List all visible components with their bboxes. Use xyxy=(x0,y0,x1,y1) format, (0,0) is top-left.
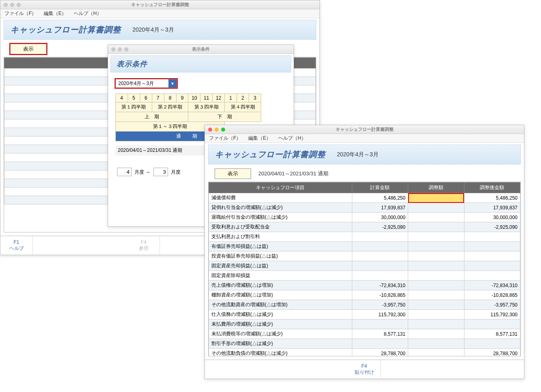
cell-adj[interactable] xyxy=(408,203,464,213)
period-month-7[interactable]: 7 xyxy=(152,94,164,102)
menu-edit[interactable]: 編集（E） xyxy=(248,135,271,142)
month-to-input[interactable] xyxy=(153,168,168,176)
page-title-back: キャッシュフロー計算書調整 xyxy=(11,24,121,35)
table-row[interactable]: 投資有価証券売却損益(△は益) xyxy=(209,251,520,261)
cell-item: 有価証券売却損益(△は益) xyxy=(209,242,352,251)
cell-adj[interactable] xyxy=(408,232,464,242)
table-row[interactable]: 固定資産除却損益 xyxy=(209,271,520,281)
cell-item: 受取利息および受取配当金 xyxy=(209,222,352,232)
cell-adj[interactable] xyxy=(408,339,464,349)
cell-adj[interactable] xyxy=(408,349,464,356)
menu-file[interactable]: ファイル（F） xyxy=(4,10,36,17)
menu-help[interactable]: ヘルプ（H） xyxy=(74,10,102,17)
table-row[interactable]: 固定資産売却損益(△は益) xyxy=(209,261,520,271)
table-row[interactable]: 売上債権の増減額(△は増加)-72,834,310-72,834,310 xyxy=(209,281,520,290)
display-button-front[interactable]: 表示 xyxy=(215,168,251,179)
titlebar-back: キャッシュフロー計算書調整 xyxy=(0,0,319,9)
cell-calc xyxy=(352,242,408,251)
cell-adj[interactable] xyxy=(408,213,464,222)
period-month-10[interactable]: 10 xyxy=(188,94,200,102)
table-row[interactable]: 減価償却費5,486,2505,486,250 xyxy=(209,193,520,203)
cell-after: -72,834,310 xyxy=(464,281,520,290)
menu-help[interactable]: ヘルプ（H） xyxy=(278,135,306,142)
main-window-front: キャッシュフロー計算書調整 ファイル（F） 編集（E） ヘルプ（H） キャッシュ… xyxy=(204,125,524,379)
table-scroll-front[interactable]: キャッシュフロー項目 計算金額 調整額 調整後金額 減価償却費5,486,250… xyxy=(209,182,520,356)
window-title-back: キャッシュフロー計算書調整 xyxy=(0,2,319,8)
cell-calc xyxy=(352,251,408,261)
cell-adj[interactable] xyxy=(408,329,464,339)
cell-adj[interactable] xyxy=(408,193,464,203)
menu-edit[interactable]: 編集（E） xyxy=(44,10,66,17)
table-row[interactable]: 棚卸資産の増減額(△は増加)-10,828,865-10,828,865 xyxy=(209,290,520,300)
cell-adj[interactable] xyxy=(408,251,464,261)
table-row[interactable]: 受取利息および受取配当金-2,925,090-2,925,090 xyxy=(209,222,520,232)
footer-front: F4貼り付け xyxy=(205,360,524,379)
page-title-front: キャッシュフロー計算書調整 xyxy=(215,149,326,160)
period-quarter[interactable]: 第３四半期 xyxy=(188,102,225,112)
cell-item: 割引手形の増減額(△は減少) xyxy=(209,339,352,349)
cell-after: -10,828,865 xyxy=(464,290,520,300)
cell-calc: -72,834,310 xyxy=(352,281,408,290)
display-button-back[interactable]: 表示 xyxy=(10,44,47,54)
period-month-4[interactable]: 4 xyxy=(116,94,128,102)
period-combo[interactable]: ▼ xyxy=(115,79,177,88)
period-month-6[interactable]: 6 xyxy=(140,94,152,102)
cell-after: 5,486,250 xyxy=(464,193,520,203)
period-month-3[interactable]: 3 xyxy=(249,94,261,102)
cell-item: その他流動資産の増減額(△は増加) xyxy=(209,300,352,310)
cell-adj[interactable] xyxy=(408,290,464,300)
cell-adj[interactable] xyxy=(408,242,464,251)
cell-adj[interactable] xyxy=(408,271,464,281)
table-row[interactable]: その他流動負債の増減額(△は減少)28,788,70028,788,700 xyxy=(209,349,520,356)
cell-after xyxy=(464,251,520,261)
cell-adj[interactable] xyxy=(408,222,464,232)
cell-after xyxy=(464,261,520,271)
table-row[interactable]: 未払費用の増減額(△は減少) xyxy=(209,320,520,329)
table-row[interactable]: 仕入債務の増減額(△は減少)115,792,300115,792,300 xyxy=(209,310,520,320)
period-month-8[interactable]: 8 xyxy=(164,94,176,102)
period-month-9[interactable]: 9 xyxy=(176,94,188,102)
cell-calc xyxy=(352,320,408,329)
period-quarter[interactable]: 第４四半期 xyxy=(225,102,261,112)
table-row[interactable]: その他流動資産の増減額(△は増加)-3,957,750-3,957,750 xyxy=(209,300,520,310)
period-month-5[interactable]: 5 xyxy=(128,94,140,102)
cell-adj[interactable] xyxy=(408,281,464,290)
cashflow-table-front: キャッシュフロー項目 計算金額 調整額 調整後金額 減価償却費5,486,250… xyxy=(209,182,520,356)
cell-item: 未払消費税等の増減額(△は減少) xyxy=(209,329,352,339)
period-upper-half[interactable]: 上 期 xyxy=(116,112,188,122)
period-month-11[interactable]: 11 xyxy=(200,94,213,102)
table-row[interactable]: 支払利息および割引料 xyxy=(209,232,520,242)
fkey-f4-back[interactable]: F4参照 xyxy=(128,236,160,255)
cell-after: -3,957,750 xyxy=(464,300,520,310)
period-quarter[interactable]: 第２四半期 xyxy=(152,102,188,112)
cell-calc: 115,792,300 xyxy=(352,310,408,320)
table-row[interactable]: 割引手形の増減額(△は減少) xyxy=(209,339,520,349)
cell-adj[interactable] xyxy=(408,300,464,310)
period-quarter[interactable]: 第１四半期 xyxy=(116,102,152,112)
range-text-front: 2020/04/01～2021/03/31 通期 xyxy=(258,170,328,177)
table-row[interactable]: 貸倒れ引当金の増減額(△は減少)17,939,83717,939,837 xyxy=(209,203,520,213)
table-row[interactable]: 有価証券売却損益(△は益) xyxy=(209,242,520,251)
cell-item: 固定資産売却損益(△は益) xyxy=(209,261,352,271)
period-label-back: 2020年4月～3月 xyxy=(132,26,174,34)
table-row[interactable]: 未払消費税等の増減額(△は減少)8,577,1318,577,131 xyxy=(209,329,520,339)
dialog-title: 表示条件 xyxy=(117,59,147,69)
period-month-1[interactable]: 1 xyxy=(225,94,237,102)
cell-adj[interactable] xyxy=(408,320,464,329)
period-combo-input[interactable] xyxy=(116,81,168,86)
cell-adj[interactable] xyxy=(408,310,464,320)
fkey-f4-front[interactable]: F4貼り付け xyxy=(348,360,381,379)
header-band-front: キャッシュフロー計算書調整 2020年4月～3月 xyxy=(208,145,521,164)
cell-item: その他流動負債の増減額(△は減少) xyxy=(209,349,352,356)
cell-adj[interactable] xyxy=(408,261,464,271)
fkey-f1[interactable]: F1ヘルプ xyxy=(0,236,33,255)
period-lower-half[interactable]: 下 期 xyxy=(188,112,261,122)
menu-file[interactable]: ファイル（F） xyxy=(209,135,241,142)
month-from-input[interactable] xyxy=(117,168,132,176)
period-month-12[interactable]: 12 xyxy=(213,94,225,102)
window-title-front: キャッシュフロー計算書調整 xyxy=(205,126,524,132)
table-row[interactable]: 退職給付引当金の増減額(△は減少)30,000,00030,000,000 xyxy=(209,213,520,222)
chevron-down-icon[interactable]: ▼ xyxy=(168,79,177,87)
titlebar-front: キャッシュフロー計算書調整 xyxy=(205,125,524,134)
period-month-2[interactable]: 2 xyxy=(237,94,249,102)
